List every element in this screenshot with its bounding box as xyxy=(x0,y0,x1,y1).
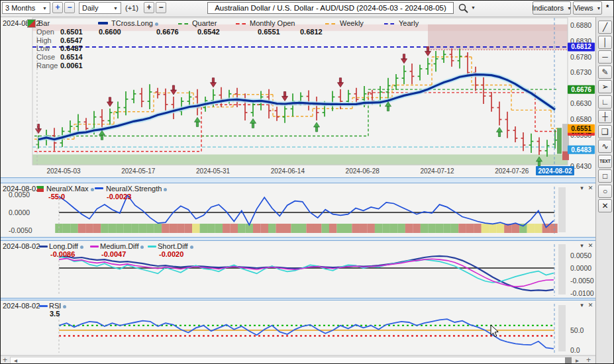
legend-medium-diff[interactable]: Medium.Diff xyxy=(100,242,144,250)
views-button-label: Views xyxy=(574,4,593,12)
info-dot-icon xyxy=(140,246,144,249)
indicators-button[interactable]: Indicators ▼ xyxy=(533,1,571,15)
diff-panel-close-button[interactable]: ✕ xyxy=(587,242,594,250)
range-zoom-out-button[interactable]: − xyxy=(64,2,75,13)
symbol-title-input[interactable] xyxy=(207,2,454,14)
open-value: 0.6501 xyxy=(60,28,83,36)
medium-diff-legend-icon xyxy=(90,246,99,248)
vertical-line-tool[interactable]: │ xyxy=(598,36,612,49)
weekly-value: 0.6551 xyxy=(258,28,280,36)
quarter-legend-icon xyxy=(178,23,188,24)
yearly-legend-icon xyxy=(384,23,394,24)
rsi-legend-icon xyxy=(39,305,48,307)
indicators-button-label: Indicators xyxy=(532,4,564,12)
neural-date-label: 2024-08-02 xyxy=(3,185,40,193)
yearly-value: 0.6812 xyxy=(300,28,323,36)
marker-tool[interactable]: ➢ xyxy=(598,80,612,93)
rsi-label: RSI xyxy=(49,302,61,310)
legend-neuralx-strength[interactable]: NeuralX.Strength xyxy=(106,185,167,193)
info-dot-icon xyxy=(91,188,94,191)
close-value: 0.6514 xyxy=(60,53,83,61)
views-button[interactable]: Views ▼ xyxy=(573,1,602,15)
monthly-open-legend-icon xyxy=(236,23,246,24)
scroll-add-left-button[interactable]: + xyxy=(3,356,7,364)
panel-separator[interactable] xyxy=(1,177,595,183)
legend-quarter[interactable]: Quarter xyxy=(192,19,217,27)
search-icon[interactable] xyxy=(458,3,468,13)
rsi-panel-collapse-button[interactable]: ▾ xyxy=(578,301,586,309)
panel-separator[interactable] xyxy=(1,237,595,241)
legend-weekly[interactable]: Weekly xyxy=(340,19,364,27)
angle-tool[interactable]: ∟ xyxy=(598,95,612,109)
short-diff-legend-icon xyxy=(148,246,156,248)
low-value: 0.6487 xyxy=(60,44,83,52)
diff-panel xyxy=(1,241,595,298)
scrollbar-track[interactable] xyxy=(10,357,572,364)
bars-plus-button[interactable]: + xyxy=(144,2,154,13)
rsi-panel-close-button[interactable]: ✕ xyxy=(587,301,594,309)
legend-tcross[interactable]: TCross.Long xyxy=(111,19,158,27)
pencil-tool[interactable]: ✎ xyxy=(598,66,612,79)
neural-panel-collapse-button[interactable]: ▾ xyxy=(578,184,586,192)
neuralx-max-value: -55.0 xyxy=(48,193,65,201)
wave-tool[interactable]: ∿ xyxy=(598,140,612,153)
legend-bar[interactable]: Bar xyxy=(38,19,50,27)
scrollbar-handle[interactable] xyxy=(565,357,572,363)
text-tool[interactable]: TEXT xyxy=(598,155,612,168)
weekly-legend-icon xyxy=(325,23,335,24)
scroll-left-button[interactable]: ◂ xyxy=(14,356,17,364)
range-zoom-in-button[interactable]: + xyxy=(52,2,63,13)
trading-app-window: 3 Months ▼ + − Daily ▼ (+1) + − ▼ Indica… xyxy=(0,0,614,364)
neuralx-strength-label: NeuralX.Strength xyxy=(106,185,162,193)
neuralx-max-label: NeuralX.Max xyxy=(46,185,89,193)
top-toolbar: 3 Months ▼ + − Daily ▼ (+1) + − ▼ Indica… xyxy=(1,1,613,17)
rectangle-tool[interactable]: □ xyxy=(598,169,612,183)
search-dropdown-icon[interactable]: ▼ xyxy=(471,5,476,10)
scroll-right-button[interactable]: ▸ xyxy=(576,356,579,364)
diff-date-label: 2024-08-02 xyxy=(3,242,40,250)
chevron-down-icon: ▼ xyxy=(42,6,47,11)
legend-neuralx-max[interactable]: NeuralX.Max xyxy=(46,185,94,193)
horizontal-line-tool[interactable]: ─ xyxy=(598,50,612,64)
info-dot-icon xyxy=(190,246,193,249)
info-dot-icon xyxy=(80,246,83,249)
rsi-value: 3.5 xyxy=(50,310,60,318)
scroll-add-right-button[interactable]: + xyxy=(586,356,591,364)
ellipse-tool[interactable]: ○ xyxy=(598,185,612,198)
tcross-legend-icon xyxy=(98,22,108,24)
offset-label: (+1) xyxy=(125,4,138,12)
bars-minus-button[interactable]: − xyxy=(156,2,166,13)
neural-panel-close-button[interactable]: ✕ xyxy=(587,184,594,192)
crosshair-tool[interactable]: ┼ xyxy=(598,110,612,123)
medium-diff-label: Medium.Diff xyxy=(100,242,138,250)
interval-select[interactable]: Daily ▼ xyxy=(79,2,121,14)
legend-short-diff[interactable]: Short.Diff xyxy=(158,242,193,250)
legend-yearly[interactable]: Yearly xyxy=(399,19,419,27)
info-dot-icon xyxy=(63,305,66,308)
rsi-date-label: 2024-08-02 xyxy=(3,302,40,310)
range-label: Range xyxy=(36,62,58,69)
short-diff-value: -0.0020 xyxy=(159,250,183,258)
info-dot-icon xyxy=(164,188,167,191)
quarter-value: 0.6676 xyxy=(156,28,179,36)
range-select[interactable]: 3 Months ▼ xyxy=(2,2,50,14)
diff-panel-collapse-button[interactable]: ▾ xyxy=(578,242,586,250)
high-label: High xyxy=(36,36,52,44)
monthly-value: 0.6542 xyxy=(197,28,220,36)
chevron-down-icon: ▼ xyxy=(597,6,601,11)
legend-monthly-open[interactable]: Monthly Open xyxy=(250,19,295,27)
trendline-tool[interactable]: ╱ xyxy=(598,21,612,34)
drawing-toolbar: ╱│─✎➢∟┼❑∿TEXT□○✕ xyxy=(595,1,614,363)
bottom-scrollbar: + ◂ ▸ + xyxy=(1,355,595,364)
legend-rsi[interactable]: RSI xyxy=(49,302,66,310)
range-select-value: 3 Months xyxy=(5,4,35,12)
main-chart-panel xyxy=(1,17,595,177)
delete-tool[interactable]: ✕ xyxy=(598,199,612,212)
callout-tool[interactable]: ❑ xyxy=(598,125,612,138)
long-diff-legend-icon xyxy=(39,246,48,248)
close-label: Close xyxy=(36,53,55,61)
panel-separator[interactable] xyxy=(1,298,595,300)
legend-long-diff[interactable]: Long.Diff xyxy=(49,242,83,250)
legend-tcross-label: TCross.Long xyxy=(111,19,153,27)
neuralx-strength-legend-icon xyxy=(95,187,103,189)
